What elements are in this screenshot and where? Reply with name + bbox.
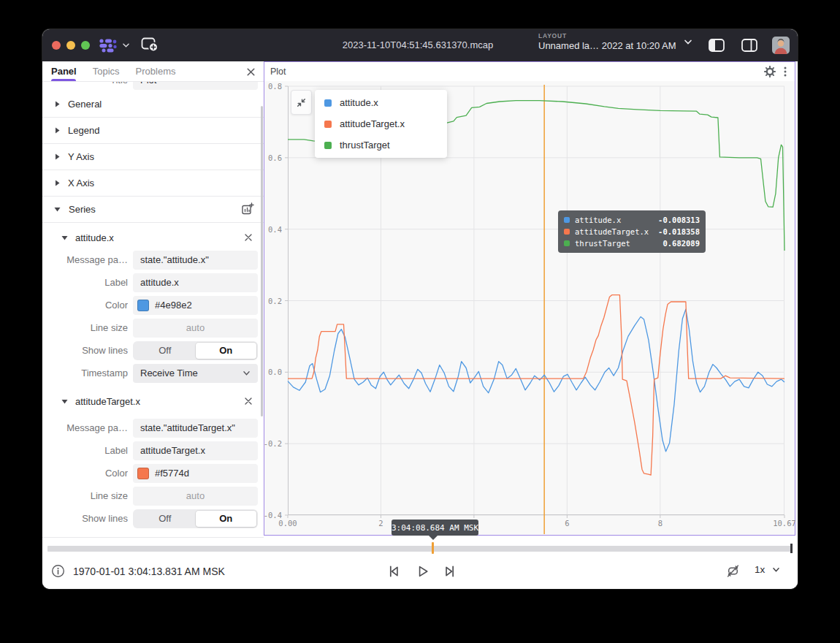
collapse-arrows-icon bbox=[295, 96, 308, 109]
color-swatch bbox=[137, 300, 149, 311]
section-label: Series bbox=[69, 204, 96, 215]
show-lines-toggle: Off On bbox=[133, 341, 258, 360]
layout-selector[interactable]: LAYOUT Unnamed la… 2022 at 10:20 AM bbox=[538, 32, 692, 51]
legend-label: attitudeTarget.x bbox=[340, 118, 405, 129]
add-series-button[interactable] bbox=[240, 202, 255, 217]
avatar[interactable] bbox=[772, 37, 790, 54]
legend-collapse-button[interactable] bbox=[291, 90, 312, 115]
field-label: Show lines bbox=[50, 513, 128, 524]
timestamp-select[interactable]: Receive Time bbox=[133, 364, 258, 383]
repeat-off-icon bbox=[725, 563, 741, 579]
titlebar: 2023-11-10T04:51:45.631370.mcap LAYOUT U… bbox=[42, 29, 798, 61]
panel-settings-gear-icon[interactable] bbox=[764, 66, 776, 77]
x-tick-label: 2 bbox=[378, 519, 383, 528]
y-tick-label: 0.0 bbox=[261, 368, 282, 376]
message-path-input[interactable] bbox=[133, 251, 258, 270]
right-sidebar-icon bbox=[741, 39, 757, 52]
line-size-input[interactable] bbox=[133, 487, 258, 506]
caret-down-icon bbox=[60, 233, 69, 243]
section-x-axis[interactable]: X Axis bbox=[42, 170, 264, 197]
chevron-down-icon bbox=[772, 567, 780, 573]
close-sidebar-icon[interactable] bbox=[245, 66, 256, 77]
section-label: Y Axis bbox=[68, 151, 94, 162]
series-label-input[interactable] bbox=[133, 273, 258, 292]
play-button[interactable] bbox=[415, 563, 431, 579]
x-tick-label: 6 bbox=[565, 519, 569, 528]
legend-item-attitude.x[interactable]: attitude.x bbox=[315, 92, 447, 113]
scrubber-track[interactable] bbox=[47, 546, 793, 552]
legend-item-thrustTarget[interactable]: thrustTarget bbox=[315, 134, 447, 156]
field-label: Message pa… bbox=[50, 422, 128, 433]
y-axis-labels: 0.80.60.40.20.0-0.2-0.4 bbox=[264, 86, 285, 515]
foxglove-logo-icon bbox=[98, 37, 118, 53]
remove-series-icon[interactable] bbox=[243, 396, 253, 406]
panel-menu-kebab-icon[interactable] bbox=[782, 66, 788, 77]
color-value: #f5774d bbox=[155, 468, 189, 479]
show-lines-off-button[interactable]: Off bbox=[134, 343, 196, 359]
section-legend[interactable]: Legend bbox=[42, 118, 264, 144]
tooltip-row: attitudeTarget.x-0.018358 bbox=[564, 226, 700, 237]
section-label: General bbox=[68, 99, 102, 110]
section-series[interactable]: Series bbox=[42, 197, 264, 223]
color-input[interactable]: #4e98e2 bbox=[133, 296, 258, 315]
plot-panel[interactable]: Plot 0.80.60.40.20.0-0.2-0.4 0.00246810.… bbox=[264, 61, 795, 536]
caret-right-icon bbox=[53, 152, 61, 161]
minimize-window-button[interactable] bbox=[66, 41, 75, 50]
series-label-input[interactable] bbox=[133, 441, 258, 460]
field-label: Show lines bbox=[50, 345, 128, 356]
legend-label: attitude.x bbox=[340, 97, 378, 108]
add-panel-icon bbox=[141, 37, 159, 53]
color-value: #4e98e2 bbox=[155, 300, 192, 311]
tab-problems[interactable]: Problems bbox=[136, 66, 176, 77]
show-lines-off-button[interactable]: Off bbox=[134, 511, 196, 527]
remove-series-icon[interactable] bbox=[243, 232, 253, 243]
y-tick-label: 0.6 bbox=[261, 153, 282, 162]
show-lines-toggle: Off On bbox=[133, 509, 258, 528]
left-sidebar-toggle[interactable] bbox=[709, 39, 725, 52]
series-line-attitudeTarget.x bbox=[288, 295, 784, 476]
maximize-window-button[interactable] bbox=[81, 41, 90, 50]
series-card-attitude-x[interactable]: attitude.x bbox=[42, 227, 264, 248]
section-y-axis[interactable]: Y Axis bbox=[42, 144, 264, 170]
field-label: Color bbox=[50, 468, 128, 479]
series-card-attitude-target-x[interactable]: attitudeTarget.x bbox=[42, 390, 264, 412]
color-input[interactable]: #f5774d bbox=[133, 464, 258, 483]
plot-hover-tooltip: attitude.x-0.008313attitudeTarget.x-0.01… bbox=[558, 210, 706, 253]
tab-panel[interactable]: Panel bbox=[51, 66, 77, 77]
field-label: Color bbox=[50, 300, 128, 311]
legend-item-attitudeTarget.x[interactable]: attitudeTarget.x bbox=[315, 113, 447, 134]
y-tick-label: 0.4 bbox=[261, 225, 282, 234]
add-panel-button[interactable] bbox=[140, 37, 159, 54]
section-general[interactable]: General bbox=[42, 91, 264, 118]
scrubber-hover-tooltip: 3:04:08.684 AM MSK bbox=[392, 520, 478, 536]
data-source-title: 2023-11-10T04:51:45.631370.mcap bbox=[286, 39, 549, 50]
scrubber-playhead[interactable] bbox=[432, 542, 434, 554]
data-source-info-button[interactable] bbox=[51, 564, 65, 578]
seek-forward-button[interactable] bbox=[442, 563, 458, 579]
sidebar-tabs: Panel Topics Problems bbox=[42, 61, 264, 82]
scrubber-end-marker bbox=[790, 544, 793, 553]
x-tick-label: 10.67 bbox=[773, 519, 796, 528]
timestamp-value: Receive Time bbox=[140, 368, 243, 378]
playback-speed-selector[interactable]: 1x bbox=[755, 564, 780, 575]
right-sidebar-toggle[interactable] bbox=[741, 39, 757, 52]
plot-legend: attitude.xattitudeTarget.xthrustTarget bbox=[315, 90, 447, 158]
playback-scrubber[interactable] bbox=[42, 542, 798, 554]
show-lines-on-button[interactable]: On bbox=[196, 343, 257, 359]
line-size-input[interactable] bbox=[133, 319, 258, 338]
panel-title-input[interactable] bbox=[133, 82, 258, 90]
show-lines-on-button[interactable]: On bbox=[196, 511, 257, 527]
series-color-swatch bbox=[324, 121, 332, 128]
tab-topics[interactable]: Topics bbox=[93, 66, 120, 77]
close-window-button[interactable] bbox=[52, 41, 61, 50]
add-series-icon bbox=[241, 202, 254, 216]
layout-name: Unnamed la… 2022 at 10:20 AM bbox=[538, 40, 676, 51]
left-sidebar-icon bbox=[709, 39, 725, 52]
loop-toggle-button[interactable] bbox=[725, 563, 741, 579]
seek-backward-button[interactable] bbox=[386, 563, 402, 579]
y-tick-label: 0.8 bbox=[261, 82, 282, 91]
message-path-input[interactable] bbox=[133, 419, 258, 438]
tooltip-series-value: 0.682089 bbox=[663, 239, 700, 248]
tooltip-series-name: attitudeTarget.x bbox=[575, 227, 649, 236]
app-menu-button[interactable] bbox=[98, 35, 130, 56]
